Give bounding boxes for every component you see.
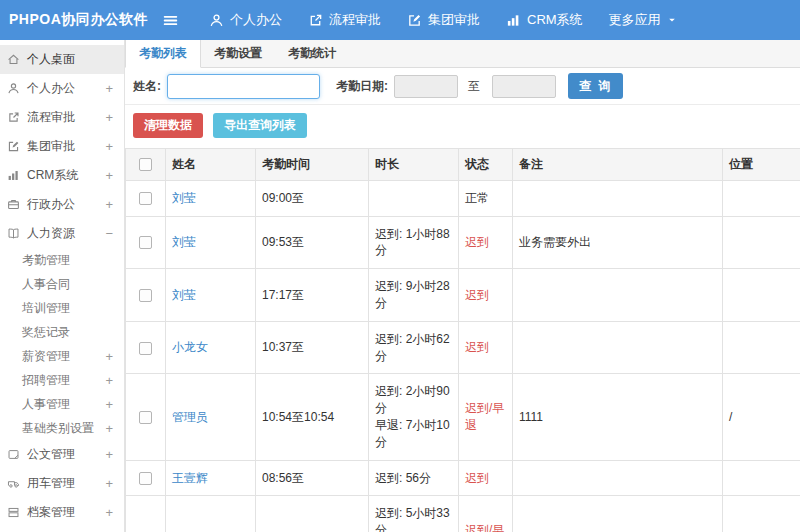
collapse-icon[interactable]: − [105, 227, 113, 240]
duration-cell: 迟到: 2小时90分早退: 7小时10分 [369, 374, 459, 460]
row-select-cell [126, 216, 166, 269]
location-cell [723, 180, 800, 216]
sidebar-item-document-management[interactable]: 公文管理+ [0, 440, 124, 469]
sidebar-item-crm-system[interactable]: CRM系统+ [0, 161, 124, 190]
sidebar-subitem-recruitment-management[interactable]: 招聘管理+ [0, 368, 124, 392]
expand-icon[interactable]: + [105, 448, 113, 461]
expand-icon[interactable]: + [105, 398, 113, 411]
book-icon [7, 227, 20, 240]
top-navigation: 个人办公流程审批集团审批CRM系统更多应用 [183, 11, 677, 29]
employee-name-link[interactable]: 刘莹 [172, 288, 196, 302]
duration-line: 迟到: 2小时90分 [375, 383, 452, 417]
sidebar-subitem-label: 人事合同 [22, 276, 113, 293]
sidebar-subitem-attendance-management[interactable]: 考勤管理 [0, 248, 124, 272]
sidebar-subitem-salary-management[interactable]: 薪资管理+ [0, 344, 124, 368]
date-from-input[interactable] [394, 75, 458, 98]
location-cell [723, 216, 800, 269]
select-all-header [126, 149, 166, 181]
attendance-time-cell: 17:17至 [256, 269, 369, 322]
row-checkbox[interactable] [139, 411, 152, 424]
topnav-workflow-approval[interactable]: 流程审批 [308, 11, 381, 29]
name-filter-label: 姓名: [133, 78, 161, 95]
sidebar-item-label: 集团审批 [27, 138, 105, 155]
sidebar-item-label: 行政办公 [27, 196, 105, 213]
table-row: 刘莹09:53至迟到: 1小时88分迟到业务需要外出 [126, 216, 800, 269]
sidebar-item-workflow-approval[interactable]: 流程审批+ [0, 103, 124, 132]
action-bar: 清理数据 导出查询列表 [125, 105, 800, 147]
topnav-group-approval[interactable]: 集团审批 [407, 11, 480, 29]
duration-cell: 迟到: 9小时28分 [369, 269, 459, 322]
status-cell: 迟到 [459, 321, 513, 374]
sidebar-subitem-training-management[interactable]: 培训管理 [0, 296, 124, 320]
export-list-button[interactable]: 导出查询列表 [213, 113, 307, 138]
row-select-cell [126, 321, 166, 374]
row-select-cell [126, 496, 166, 532]
location-cell [723, 269, 800, 322]
duration-line: 迟到: 5小时33分 [375, 505, 452, 532]
expand-icon[interactable]: + [105, 477, 113, 490]
row-checkbox[interactable] [139, 342, 152, 355]
sidebar-item-human-resources[interactable]: 人力资源− [0, 219, 124, 248]
attendance-table: 姓名考勤时间时长状态备注位置 刘莹09:00至正常刘莹09:53至迟到: 1小时… [125, 148, 800, 532]
tab-attendance-statistics[interactable]: 考勤统计 [275, 40, 349, 67]
filter-bar: 姓名: 考勤日期: 至 查 询 [125, 68, 800, 105]
sidebar-item-archive-management[interactable]: 档案管理+ [0, 498, 124, 527]
topnav-personal-office[interactable]: 个人办公 [209, 11, 282, 29]
row-checkbox[interactable] [139, 472, 152, 485]
row-checkbox[interactable] [139, 192, 152, 205]
row-checkbox[interactable] [139, 236, 152, 249]
sidebar-subitem-label: 薪资管理 [22, 348, 105, 365]
tab-attendance-list[interactable]: 考勤列表 [125, 40, 201, 68]
expand-icon[interactable]: + [105, 422, 113, 435]
sidebar-item-group-approval[interactable]: 集团审批+ [0, 132, 124, 161]
expand-icon[interactable]: + [105, 111, 113, 124]
sidebar-item-label: 个人桌面 [27, 51, 113, 68]
expand-icon[interactable]: + [105, 82, 113, 95]
topnav-crm-system[interactable]: CRM系统 [506, 11, 583, 29]
expand-icon[interactable]: + [105, 350, 113, 363]
employee-name-link[interactable]: 刘莹 [172, 191, 196, 205]
name-cell: 黄蓉 [166, 496, 256, 532]
expand-icon[interactable]: + [105, 169, 113, 182]
sidebar-subitem-label: 基础类别设置 [22, 420, 105, 437]
topnav-more-apps[interactable]: 更多应用 [609, 11, 677, 29]
sidebar-item-project-management[interactable]: 项目管理+ [0, 527, 124, 532]
table-row: 刘莹09:00至正常 [126, 180, 800, 216]
column-header-1: 考勤时间 [256, 149, 369, 181]
home-icon [7, 53, 20, 66]
employee-name-link[interactable]: 王壹辉 [172, 471, 208, 485]
expand-icon[interactable]: + [105, 140, 113, 153]
row-select-cell [126, 269, 166, 322]
date-to-input[interactable] [492, 75, 556, 98]
topnav-label: 个人办公 [230, 11, 282, 29]
sidebar-item-admin-office[interactable]: 行政办公+ [0, 190, 124, 219]
menu-button[interactable] [158, 8, 183, 33]
expand-icon[interactable]: + [105, 374, 113, 387]
name-filter-input[interactable] [167, 74, 320, 99]
row-checkbox[interactable] [139, 289, 152, 302]
status-cell: 迟到/早退 [459, 496, 513, 532]
name-cell: 王壹辉 [166, 460, 256, 496]
tab-attendance-settings[interactable]: 考勤设置 [201, 40, 275, 67]
sidebar-item-label: 流程审批 [27, 109, 105, 126]
sidebar-item-personal-office[interactable]: 个人办公+ [0, 74, 124, 103]
name-cell: 刘莹 [166, 216, 256, 269]
expand-icon[interactable]: + [105, 506, 113, 519]
employee-name-link[interactable]: 管理员 [172, 410, 208, 424]
sidebar-subitem-basic-category-settings[interactable]: 基础类别设置+ [0, 416, 124, 440]
sidebar-item-personal-desktop[interactable]: 个人桌面 [0, 45, 124, 74]
clear-data-button[interactable]: 清理数据 [133, 113, 203, 138]
employee-name-link[interactable]: 刘莹 [172, 235, 196, 249]
topnav-label: 流程审批 [329, 11, 381, 29]
employee-name-link[interactable]: 小龙女 [172, 340, 208, 354]
sidebar-subitem-reward-punishment[interactable]: 奖惩记录 [0, 320, 124, 344]
sidebar-subitem-personnel-contract[interactable]: 人事合同 [0, 272, 124, 296]
search-button[interactable]: 查 询 [568, 73, 623, 99]
sidebar-subitem-personnel-management[interactable]: 人事管理+ [0, 392, 124, 416]
table-row: 小龙女10:37至迟到: 2小时62分迟到 [126, 321, 800, 374]
sidebar-item-vehicle-management[interactable]: 用车管理+ [0, 469, 124, 498]
select-all-checkbox[interactable] [139, 158, 152, 171]
app-logo: PHPOA协同办公软件 [0, 11, 158, 29]
expand-icon[interactable]: + [105, 198, 113, 211]
sidebar-item-label: CRM系统 [27, 167, 105, 184]
